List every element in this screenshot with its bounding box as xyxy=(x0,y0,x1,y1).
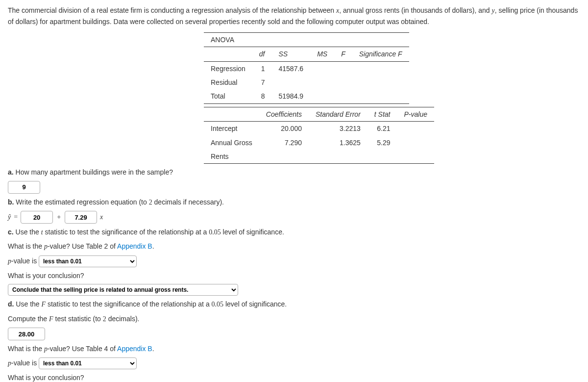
part-d-dec: 2 xyxy=(103,315,106,323)
anova-table-wrap: ANOVA df SS MS F Significance F Regressi… xyxy=(204,32,580,104)
part-b-question-a: Write the estimated regression equation … xyxy=(16,198,148,206)
part-b-dec: 2 xyxy=(149,199,152,206)
x-symbol: x xyxy=(100,212,103,223)
part-c-q1a: Use the xyxy=(16,228,41,236)
part-d-compute-q: Compute the F test statistic (to 2 decim… xyxy=(8,313,580,325)
part-c-q1b: statistic to test the significance of th… xyxy=(43,228,209,236)
part-d-q1c: level of significance. xyxy=(223,300,287,308)
coef-header-t: t Stat xyxy=(368,107,397,121)
part-d-q3c: . xyxy=(152,345,154,353)
part-d-tag: d. xyxy=(8,300,14,308)
part-d-q1b: statistic to test the significance of th… xyxy=(46,300,212,308)
part-c-alpha: 0.05 xyxy=(209,229,221,236)
anova-title: ANOVA xyxy=(204,32,252,47)
anova-row-total-df: 8 xyxy=(252,89,272,103)
part-d-alpha: 0.05 xyxy=(212,301,224,308)
part-d-q3b: -value? Use Table 4 of xyxy=(48,345,117,353)
coef-slope-label-a: Annual Gross xyxy=(204,136,259,150)
part-b-tag: b. xyxy=(8,198,14,206)
intro-text-2: , annual gross rents (in thousands of do… xyxy=(339,6,491,14)
anova-row-total-ss: 51984.9 xyxy=(272,89,311,103)
part-c-q2a: What is the xyxy=(8,242,44,250)
part-d-q2b: test statistic (to xyxy=(53,315,103,323)
anova-header-f: F xyxy=(334,47,352,61)
coef-header-se: Standard Error xyxy=(309,107,368,121)
part-d-conclusion-q: What is your conclusion? xyxy=(8,372,580,382)
coef-header-coef: Coefficients xyxy=(259,107,309,121)
part-d-pvlabel: -value is xyxy=(11,359,37,367)
coef-table: Coefficients Standard Error t Stat P-val… xyxy=(204,107,434,164)
p-var-d: p xyxy=(44,345,48,353)
anova-header-ss: SS xyxy=(272,47,311,61)
f-var: F xyxy=(41,301,46,308)
part-d-pvalue-select[interactable]: less than 0.01 xyxy=(39,357,137,369)
p-var-d-2: p xyxy=(8,359,11,367)
anova-header-ms: MS xyxy=(310,47,334,61)
anova-row-residual-label: Residual xyxy=(204,76,252,89)
part-d-q2a: Compute the xyxy=(8,315,49,323)
part-c-q2c: . xyxy=(152,242,154,250)
part-d: d. Use the F statistic to test the signi… xyxy=(8,299,580,310)
part-b: b. Write the estimated regression equati… xyxy=(8,197,580,208)
p-var-c-2: p xyxy=(8,257,11,265)
part-c-pvalue-select[interactable]: less than 0.01 xyxy=(39,255,137,267)
anova-header-df: df xyxy=(252,47,272,61)
part-a: a. How many apartment buildings were in … xyxy=(8,167,580,178)
part-c-q2b: -value? Use Table 2 of xyxy=(48,242,117,250)
f-var-2: F xyxy=(49,315,53,323)
intercept-input[interactable] xyxy=(21,211,53,224)
part-d-q1a: Use the xyxy=(16,300,41,308)
part-a-answer-input[interactable] xyxy=(8,181,40,194)
part-a-tag: a. xyxy=(8,168,14,176)
coef-intercept-value: 20.000 xyxy=(259,122,309,136)
anova-row-regression-ss: 41587.6 xyxy=(272,61,311,76)
part-d-pvalue-q: What is the p-value? Use Table 4 of Appe… xyxy=(8,343,580,355)
part-c-conclusion-select[interactable]: Conclude that the selling price is relat… xyxy=(8,284,238,296)
anova-row-regression-df: 1 xyxy=(252,61,272,76)
plus-symbol: + xyxy=(57,212,61,223)
coef-intercept-t: 6.21 xyxy=(368,122,397,136)
part-d-q3a: What is the xyxy=(8,345,44,353)
part-b-equation: ŷ = + x xyxy=(8,211,580,224)
part-c-pvalue-ans: p-value is less than 0.01 xyxy=(8,255,580,267)
part-c-pvlabel: -value is xyxy=(11,257,37,265)
coef-slope-value: 7.290 xyxy=(259,136,309,150)
coef-header-p: P-value xyxy=(397,107,434,121)
slope-input[interactable] xyxy=(65,211,97,224)
yhat-symbol: ŷ xyxy=(8,212,11,223)
anova-row-total-label: Total xyxy=(204,89,252,103)
coef-slope-se: 1.3625 xyxy=(309,136,368,150)
p-var-c: p xyxy=(44,243,48,250)
part-c-q1c: level of significance. xyxy=(221,228,284,236)
coef-table-wrap: Coefficients Standard Error t Stat P-val… xyxy=(204,107,580,164)
part-c-pvalue-q: What is the p-value? Use Table 2 of Appe… xyxy=(8,241,580,252)
equals-symbol: = xyxy=(14,212,18,223)
coef-slope-t: 5.29 xyxy=(368,136,397,150)
coef-intercept-se: 3.2213 xyxy=(309,122,368,136)
part-c-conclusion-q: What is your conclusion? xyxy=(8,270,580,281)
part-b-question-b: decimals if necessary). xyxy=(152,198,224,206)
coef-intercept-label: Intercept xyxy=(204,122,259,136)
part-d-pvalue-ans: p-value is less than 0.01 xyxy=(8,357,580,369)
problem-intro: The commercial division of a real estate… xyxy=(8,5,580,27)
intro-text-1: The commercial division of a real estate… xyxy=(8,6,336,14)
anova-table: ANOVA df SS MS F Significance F Regressi… xyxy=(204,32,409,104)
part-d-q2c: decimals). xyxy=(106,315,140,323)
part-c-tag: c. xyxy=(8,228,14,236)
appendix-b-link[interactable]: Appendix B xyxy=(117,242,152,250)
coef-slope-label-b: Rents xyxy=(204,150,259,164)
appendix-b-link-2[interactable]: Appendix B xyxy=(117,345,152,353)
anova-row-residual-df: 7 xyxy=(252,76,272,89)
part-c: c. Use the t statistic to test the signi… xyxy=(8,227,580,238)
fstat-input[interactable] xyxy=(8,328,45,340)
anova-header-sigf: Significance F xyxy=(352,47,409,61)
anova-row-regression-label: Regression xyxy=(204,61,252,76)
part-a-question: How many apartment buildings were in the… xyxy=(16,168,173,176)
